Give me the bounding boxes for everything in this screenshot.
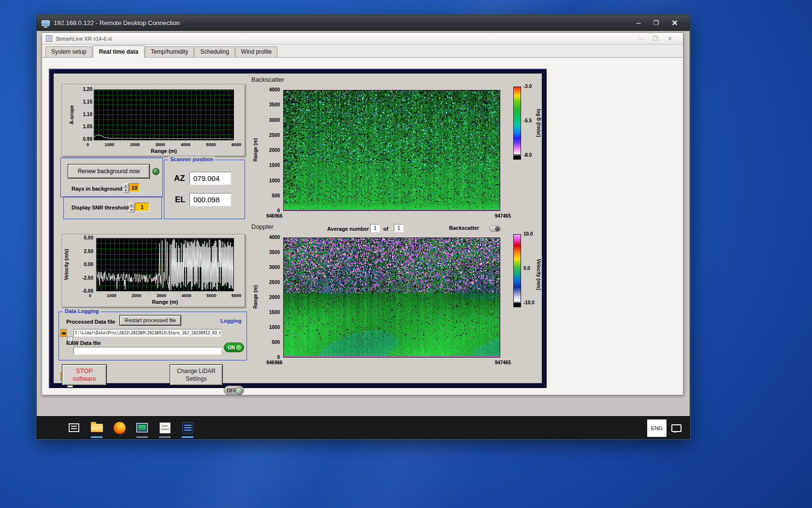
off-label: OFF — [227, 388, 236, 393]
tick: 1000 — [104, 142, 114, 147]
processed-path-text: C:\Lidar\Data\Proc\2023\202309\20230913\… — [75, 331, 221, 335]
average-number-field[interactable]: 1 — [370, 224, 380, 232]
velocity-yticks: 5.00 2.50 0.00 -2.50 -5.00 — [75, 235, 93, 294]
processed-path-field[interactable]: C:\Lidar\Data\Proc\2023\202309\20230913\… — [73, 329, 221, 337]
toggle-knob — [235, 344, 243, 351]
backscatter-colorbar-label: log B (/m/sr) — [536, 88, 541, 158]
doppler-colorbar-label: Velocity (m/s) — [536, 238, 541, 311]
tab-real-time-data[interactable]: Real time data — [93, 45, 145, 58]
tick: 1.15 — [83, 99, 92, 105]
az-label: AZ — [174, 174, 185, 183]
app-titlebar[interactable]: StreamLine XR v14-6.vi ─ ❐ ✕ — [42, 33, 683, 45]
tick: 1.20 — [83, 87, 92, 92]
tick: 6000 — [232, 142, 241, 147]
path-type-icon[interactable] — [60, 329, 67, 337]
change-lidar-settings-button[interactable]: Change LiDAR Settings — [170, 364, 223, 386]
tick: 0 — [277, 208, 280, 213]
raw-data-file-label: RAW Data file — [66, 340, 101, 346]
raw-path-field[interactable] — [73, 347, 221, 355]
tick: 1.10 — [83, 112, 92, 117]
tick: 5.00 — [84, 235, 93, 240]
snr-value-field[interactable]: 1 — [135, 203, 149, 211]
rays-value-field[interactable]: 10 — [129, 183, 140, 192]
velocity-xticks: 0 1000 2000 3000 4000 5000 6000 — [89, 293, 241, 298]
tick: 2500 — [269, 280, 280, 285]
velocity-xlabel: Range (m) — [96, 299, 234, 305]
task-view-button[interactable] — [68, 420, 80, 435]
doppler-plot — [283, 238, 500, 358]
app-close-button[interactable]: ✕ — [663, 35, 677, 42]
backscatter-yticks: 4000 3500 3000 2500 2000 1500 1000 500 0 — [261, 87, 280, 213]
tick: 500 — [272, 340, 280, 345]
tick: 1000 — [107, 293, 116, 298]
tick: 5000 — [206, 142, 216, 147]
backscatter-colorbar-ticks: -3.0 -5.5 -8.0 — [523, 84, 532, 158]
tick: 2000 — [130, 142, 140, 147]
snr-stepper[interactable]: ▲▼ — [129, 203, 134, 212]
maximize-button[interactable]: ❐ — [647, 19, 665, 27]
app-title: StreamLine XR v14-6.vi — [56, 36, 112, 42]
doppler-colorbar — [513, 234, 521, 302]
tick: 0.0 — [523, 266, 530, 271]
rdp-titlebar[interactable]: 192.168.0.122 - Remote Desktop Connectio… — [37, 15, 690, 31]
tick: -3.0 — [523, 84, 532, 89]
el-value-field[interactable]: 000.098 — [189, 193, 231, 206]
ascope-xlabel: Range (m) — [94, 148, 234, 154]
firefox-button[interactable] — [113, 420, 126, 435]
tick: 0 — [87, 142, 89, 147]
panel: A-scope 1.20 1.15 1.10 1.05 0.99 — [54, 74, 542, 383]
streamline-window: StreamLine XR v14-6.vi ─ ❐ ✕ System setu… — [42, 32, 683, 395]
minimize-button[interactable]: ─ — [630, 19, 647, 27]
tick: 4000 — [269, 87, 280, 92]
image-app-icon — [136, 423, 148, 433]
backscatter-display-toggle[interactable] — [489, 225, 501, 232]
task-view-icon — [69, 423, 79, 432]
tab-wind-profile[interactable]: Wind profile — [235, 46, 277, 57]
tick: 0.00 — [84, 262, 93, 267]
toggle-knob — [495, 226, 500, 231]
close-button[interactable]: ✕ — [665, 18, 685, 28]
backscatter-xticks: 946966 947465 — [266, 213, 511, 219]
processed-logging-toggle[interactable]: ON — [224, 343, 244, 352]
tick: 0 — [277, 355, 280, 360]
renew-background-button[interactable]: Renew background now — [68, 164, 150, 179]
language-indicator[interactable]: ENG — [647, 419, 667, 437]
average-total-field[interactable]: 1 — [394, 224, 404, 232]
image-app-button[interactable] — [136, 420, 148, 435]
app-content: A-scope 1.20 1.15 1.10 1.05 0.99 — [42, 58, 683, 395]
raw-logging-toggle[interactable]: OFF — [224, 386, 244, 395]
scan-sched-button[interactable]: Scan sched — [159, 420, 171, 435]
tab-system-setup[interactable]: System setup — [45, 46, 92, 57]
restart-processed-file-button[interactable]: Restart processed file — [119, 315, 181, 326]
x-end-label: 947465 — [495, 360, 511, 365]
stop-software-button[interactable]: STOP software — [62, 364, 107, 386]
x-end-label: 947465 — [495, 213, 511, 219]
notification-icon[interactable] — [671, 424, 682, 432]
backscatter-heatmap — [284, 90, 500, 210]
ascope-ylabel: A-scope — [69, 90, 74, 140]
rdp-window-controls: ─ ❐ ✕ — [630, 15, 685, 31]
on-label: ON — [228, 345, 235, 350]
rays-stepper[interactable]: ▲▼ — [123, 183, 129, 193]
az-value-field[interactable]: 079.004 — [189, 172, 231, 185]
app-minimize-button[interactable]: ─ — [634, 35, 648, 42]
app-maximize-button[interactable]: ❐ — [648, 35, 663, 42]
average-number-label: Average number — [327, 226, 369, 232]
app-window-controls: ─ ❐ ✕ — [634, 33, 677, 45]
taskbar: Scan sched ENG — [37, 416, 690, 439]
main-panel: A-scope 1.20 1.15 1.10 1.05 0.99 — [49, 69, 547, 388]
terminal-app-button[interactable] — [181, 420, 194, 435]
tick: 1000 — [269, 178, 280, 183]
doppler-ylabel: Range (m) — [253, 238, 258, 357]
backscatter-plot — [283, 90, 500, 211]
tab-temp-humidity[interactable]: Temp/humidity — [145, 46, 194, 57]
taskbar-icons: Scan sched — [68, 420, 194, 435]
velocity-graph: Velocity (m/s) 5.00 2.50 0.00 -2.50 -5.0… — [62, 234, 246, 308]
ascope-xticks: 0 1000 2000 3000 4000 5000 6000 — [87, 142, 241, 147]
ascope-plot — [94, 90, 234, 140]
velocity-plot — [96, 238, 234, 291]
scanner-position-box: Scanner position AZ 079.004 EL 000.098 — [164, 160, 245, 219]
file-explorer-button[interactable] — [90, 420, 103, 435]
tab-scheduling[interactable]: Scheduling — [194, 46, 234, 57]
tick: 2500 — [269, 133, 280, 138]
